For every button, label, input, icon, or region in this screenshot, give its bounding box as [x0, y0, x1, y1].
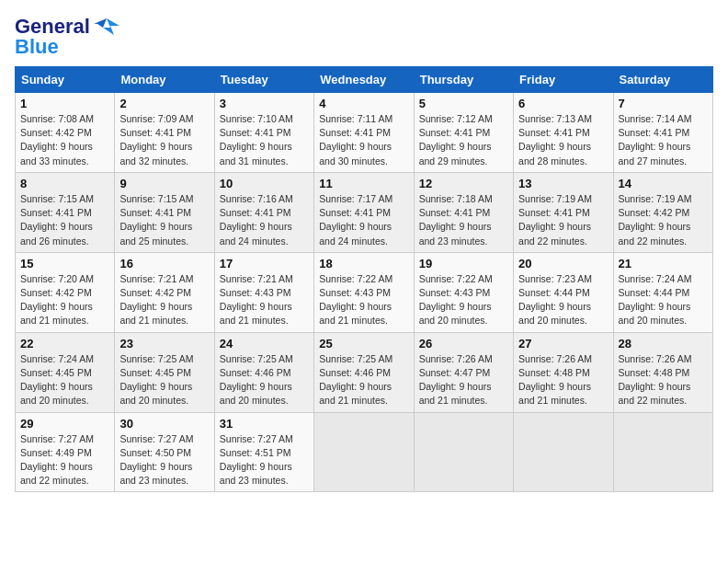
calendar-cell: 18 Sunrise: 7:22 AMSunset: 4:43 PMDaylig…: [314, 252, 414, 332]
cell-info: Sunrise: 7:23 AMSunset: 4:44 PMDaylight:…: [518, 273, 592, 327]
cell-info: Sunrise: 7:15 AMSunset: 4:41 PMDaylight:…: [20, 193, 94, 247]
day-number: 11: [319, 177, 408, 190]
day-number: 31: [220, 417, 309, 431]
calendar-cell: 8 Sunrise: 7:15 AMSunset: 4:41 PMDayligh…: [16, 172, 115, 252]
day-of-week-sunday: Sunday: [16, 67, 115, 93]
day-of-week-wednesday: Wednesday: [314, 67, 414, 93]
calendar-cell: [314, 412, 414, 492]
calendar-cell: [414, 412, 513, 492]
cell-info: Sunrise: 7:25 AMSunset: 4:45 PMDaylight:…: [119, 353, 193, 407]
calendar-week-4: 22 Sunrise: 7:24 AMSunset: 4:45 PMDaylig…: [16, 332, 713, 412]
calendar-cell: 10 Sunrise: 7:16 AMSunset: 4:41 PMDaylig…: [214, 172, 313, 252]
calendar-cell: 4 Sunrise: 7:11 AMSunset: 4:41 PMDayligh…: [314, 93, 414, 173]
cell-info: Sunrise: 7:21 AMSunset: 4:43 PMDaylight:…: [220, 273, 293, 327]
cell-info: Sunrise: 7:24 AMSunset: 4:44 PMDaylight:…: [619, 273, 692, 327]
calendar-week-3: 15 Sunrise: 7:20 AMSunset: 4:42 PMDaylig…: [16, 252, 713, 332]
day-number: 7: [619, 97, 708, 110]
svg-marker-1: [94, 18, 107, 28]
day-number: 22: [20, 337, 109, 350]
calendar-cell: 26 Sunrise: 7:26 AMSunset: 4:47 PMDaylig…: [414, 332, 513, 412]
calendar-cell: 12 Sunrise: 7:18 AMSunset: 4:41 PMDaylig…: [414, 172, 513, 252]
cell-info: Sunrise: 7:26 AMSunset: 4:47 PMDaylight:…: [419, 353, 493, 407]
cell-info: Sunrise: 7:26 AMSunset: 4:48 PMDaylight:…: [619, 353, 692, 407]
day-number: 26: [419, 337, 508, 350]
calendar-cell: 28 Sunrise: 7:26 AMSunset: 4:48 PMDaylig…: [613, 332, 712, 412]
calendar-cell: 30 Sunrise: 7:27 AMSunset: 4:50 PMDaylig…: [115, 412, 214, 492]
days-of-week-row: SundayMondayTuesdayWednesdayThursdayFrid…: [16, 67, 713, 93]
day-number: 9: [119, 177, 209, 190]
day-number: 10: [220, 177, 309, 190]
day-number: 5: [419, 97, 508, 110]
calendar-cell: 17 Sunrise: 7:21 AMSunset: 4:43 PMDaylig…: [214, 252, 313, 332]
calendar-cell: [514, 412, 613, 492]
calendar-table: SundayMondayTuesdayWednesdayThursdayFrid…: [15, 66, 713, 492]
calendar-cell: 22 Sunrise: 7:24 AMSunset: 4:45 PMDaylig…: [16, 332, 115, 412]
calendar-week-1: 1 Sunrise: 7:08 AMSunset: 4:42 PMDayligh…: [16, 93, 713, 173]
calendar-cell: 31 Sunrise: 7:27 AMSunset: 4:51 PMDaylig…: [214, 412, 313, 492]
calendar-cell: 24 Sunrise: 7:25 AMSunset: 4:46 PMDaylig…: [214, 332, 313, 412]
day-number: 6: [518, 97, 608, 110]
day-number: 18: [319, 257, 408, 270]
cell-info: Sunrise: 7:24 AMSunset: 4:45 PMDaylight:…: [20, 353, 94, 407]
day-number: 30: [119, 417, 209, 431]
day-number: 3: [220, 97, 309, 110]
day-number: 20: [518, 257, 608, 270]
calendar-cell: 19 Sunrise: 7:22 AMSunset: 4:43 PMDaylig…: [414, 252, 513, 332]
cell-info: Sunrise: 7:26 AMSunset: 4:48 PMDaylight:…: [518, 353, 592, 407]
cell-info: Sunrise: 7:08 AMSunset: 4:42 PMDaylight:…: [20, 113, 94, 167]
day-of-week-friday: Friday: [514, 67, 613, 93]
calendar-cell: 7 Sunrise: 7:14 AMSunset: 4:41 PMDayligh…: [613, 93, 712, 173]
day-number: 21: [619, 257, 708, 270]
day-number: 1: [20, 97, 109, 110]
calendar-cell: 27 Sunrise: 7:26 AMSunset: 4:48 PMDaylig…: [514, 332, 613, 412]
calendar-cell: 2 Sunrise: 7:09 AMSunset: 4:41 PMDayligh…: [115, 93, 214, 173]
calendar-cell: 16 Sunrise: 7:21 AMSunset: 4:42 PMDaylig…: [115, 252, 214, 332]
day-of-week-tuesday: Tuesday: [214, 67, 313, 93]
cell-info: Sunrise: 7:16 AMSunset: 4:41 PMDaylight:…: [220, 193, 293, 247]
cell-info: Sunrise: 7:12 AMSunset: 4:41 PMDaylight:…: [419, 113, 493, 167]
cell-info: Sunrise: 7:27 AMSunset: 4:50 PMDaylight:…: [119, 433, 193, 487]
calendar-cell: 21 Sunrise: 7:24 AMSunset: 4:44 PMDaylig…: [613, 252, 712, 332]
cell-info: Sunrise: 7:19 AMSunset: 4:42 PMDaylight:…: [619, 193, 692, 247]
calendar-week-5: 29 Sunrise: 7:27 AMSunset: 4:49 PMDaylig…: [16, 412, 713, 492]
cell-info: Sunrise: 7:18 AMSunset: 4:41 PMDaylight:…: [419, 193, 493, 247]
day-number: 12: [419, 177, 508, 190]
calendar-cell: 20 Sunrise: 7:23 AMSunset: 4:44 PMDaylig…: [514, 252, 613, 332]
calendar-cell: 13 Sunrise: 7:19 AMSunset: 4:41 PMDaylig…: [514, 172, 613, 252]
calendar-cell: 29 Sunrise: 7:27 AMSunset: 4:49 PMDaylig…: [16, 412, 115, 492]
page-header: General Blue: [15, 15, 713, 59]
day-number: 27: [518, 337, 608, 350]
cell-info: Sunrise: 7:15 AMSunset: 4:41 PMDaylight:…: [119, 193, 193, 247]
cell-info: Sunrise: 7:22 AMSunset: 4:43 PMDaylight:…: [419, 273, 493, 327]
cell-info: Sunrise: 7:17 AMSunset: 4:41 PMDaylight:…: [319, 193, 392, 247]
cell-info: Sunrise: 7:19 AMSunset: 4:41 PMDaylight:…: [518, 193, 592, 247]
day-of-week-saturday: Saturday: [613, 67, 712, 93]
day-number: 14: [619, 177, 708, 190]
cell-info: Sunrise: 7:20 AMSunset: 4:42 PMDaylight:…: [20, 273, 94, 327]
day-number: 19: [419, 257, 508, 270]
calendar-body: 1 Sunrise: 7:08 AMSunset: 4:42 PMDayligh…: [16, 93, 713, 492]
calendar-cell: 11 Sunrise: 7:17 AMSunset: 4:41 PMDaylig…: [314, 172, 414, 252]
logo: General Blue: [15, 15, 119, 59]
logo-blue: Blue: [15, 35, 59, 59]
calendar-cell: [613, 412, 712, 492]
calendar-cell: 5 Sunrise: 7:12 AMSunset: 4:41 PMDayligh…: [414, 93, 513, 173]
calendar-cell: 25 Sunrise: 7:25 AMSunset: 4:46 PMDaylig…: [314, 332, 414, 412]
calendar-cell: 1 Sunrise: 7:08 AMSunset: 4:42 PMDayligh…: [16, 93, 115, 173]
day-number: 15: [20, 257, 109, 270]
day-number: 29: [20, 417, 109, 431]
cell-info: Sunrise: 7:09 AMSunset: 4:41 PMDaylight:…: [119, 113, 193, 167]
day-number: 17: [220, 257, 309, 270]
cell-info: Sunrise: 7:14 AMSunset: 4:41 PMDaylight:…: [619, 113, 692, 167]
cell-info: Sunrise: 7:27 AMSunset: 4:51 PMDaylight:…: [220, 433, 293, 487]
day-number: 28: [619, 337, 708, 350]
cell-info: Sunrise: 7:11 AMSunset: 4:41 PMDaylight:…: [319, 113, 392, 167]
calendar-cell: 9 Sunrise: 7:15 AMSunset: 4:41 PMDayligh…: [115, 172, 214, 252]
day-number: 4: [319, 97, 408, 110]
cell-info: Sunrise: 7:25 AMSunset: 4:46 PMDaylight:…: [319, 353, 392, 407]
calendar-cell: 23 Sunrise: 7:25 AMSunset: 4:45 PMDaylig…: [115, 332, 214, 412]
day-number: 23: [119, 337, 209, 350]
cell-info: Sunrise: 7:13 AMSunset: 4:41 PMDaylight:…: [518, 113, 592, 167]
cell-info: Sunrise: 7:21 AMSunset: 4:42 PMDaylight:…: [119, 273, 193, 327]
day-number: 25: [319, 337, 408, 350]
